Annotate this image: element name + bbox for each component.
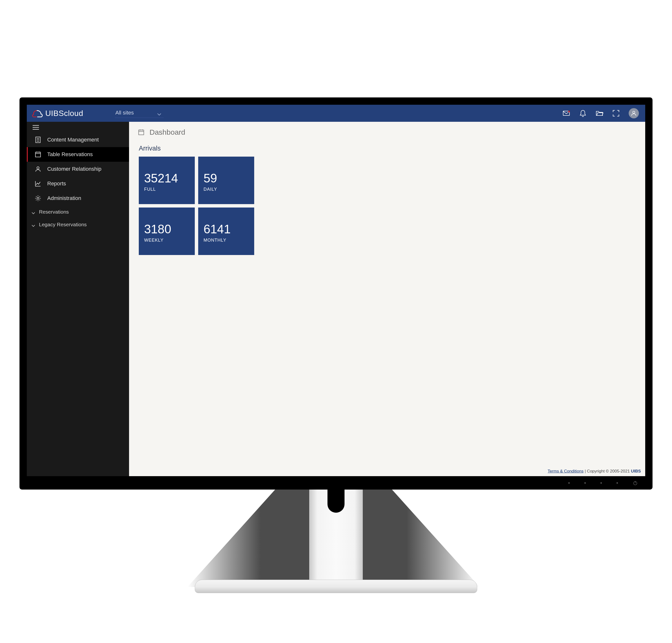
svg-rect-10: [36, 152, 41, 157]
tiles-grid: 35214 FULL 59 DAILY 3180 WEEKLY 6141 MON…: [129, 157, 645, 255]
tile-label: FULL: [144, 187, 190, 192]
avatar[interactable]: [629, 108, 639, 118]
logo-text: UIBScloud: [45, 109, 83, 118]
sidebar: Content Management Table Reservations Cu…: [27, 122, 129, 476]
tile-value: 35214: [144, 172, 190, 184]
tile-label: WEEKLY: [144, 238, 190, 243]
mail-icon[interactable]: [562, 109, 570, 117]
control-dot: [568, 482, 570, 484]
terms-link[interactable]: Terms & Conditions: [548, 469, 583, 473]
site-selector[interactable]: All sites: [115, 109, 163, 118]
nav-item-administration[interactable]: Administration: [27, 191, 129, 206]
hamburger-icon: [32, 125, 39, 130]
folder-icon[interactable]: [596, 109, 603, 117]
chevron-down-icon: [31, 210, 36, 214]
fullscreen-icon[interactable]: [612, 109, 620, 117]
calendar-icon: [138, 129, 145, 136]
tile-weekly[interactable]: 3180 WEEKLY: [139, 207, 195, 255]
page-title: Dashboard: [149, 128, 185, 136]
topbar-icons: [562, 108, 640, 118]
nav-item-label: Administration: [47, 195, 81, 202]
tile-value: 6141: [204, 223, 249, 235]
svg-point-2: [633, 111, 635, 113]
copyright-text: | Copyright © 2005-2021: [584, 469, 631, 473]
sidebar-toggle[interactable]: [27, 122, 129, 133]
chevron-down-icon: [31, 223, 36, 226]
svg-rect-16: [139, 130, 144, 135]
control-dot: [616, 482, 618, 484]
monitor-controls: [568, 480, 638, 486]
chart-icon: [35, 180, 41, 187]
chevron-down-icon: [157, 111, 162, 114]
sub-item-label: Legacy Reservations: [39, 222, 87, 228]
topbar: UIBScloud All sites: [27, 105, 645, 122]
screen: UIBScloud All sites: [27, 105, 645, 476]
tile-daily[interactable]: 59 DAILY: [198, 157, 254, 204]
tile-full[interactable]: 35214 FULL: [139, 157, 195, 204]
svg-point-15: [37, 197, 39, 199]
nav-item-customer-relationship[interactable]: Customer Relationship: [27, 162, 129, 176]
cloud-icon: [32, 109, 43, 118]
nav-item-label: Table Reservations: [47, 151, 93, 158]
sub-item-label: Reservations: [39, 209, 69, 215]
nav-item-table-reservations[interactable]: Table Reservations: [27, 147, 129, 162]
nav-item-label: Customer Relationship: [47, 166, 101, 172]
footer-brand: UIBS: [631, 469, 641, 473]
main-content: Dashboard Arrivals 35214 FULL 59 DAILY 3…: [129, 122, 645, 476]
document-icon: [35, 136, 41, 143]
tile-label: MONTHLY: [204, 238, 249, 243]
control-dot: [584, 482, 586, 484]
svg-point-1: [568, 111, 570, 112]
svg-point-14: [37, 167, 39, 169]
logo[interactable]: UIBScloud: [32, 109, 93, 118]
sub-item-legacy-reservations[interactable]: Legacy Reservations: [27, 218, 129, 231]
site-selector-label: All sites: [115, 110, 134, 116]
nav-item-label: Reports: [47, 181, 66, 187]
tile-label: DAILY: [204, 187, 249, 192]
gear-icon: [35, 195, 41, 202]
power-icon: [633, 480, 638, 486]
nav-item-label: Content Management: [47, 137, 99, 143]
tile-monthly[interactable]: 6141 MONTHLY: [198, 207, 254, 255]
bell-icon[interactable]: [579, 109, 587, 117]
nav-list: Content Management Table Reservations Cu…: [27, 133, 129, 206]
nav-item-content-management[interactable]: Content Management: [27, 133, 129, 147]
tile-value: 3180: [144, 223, 190, 235]
monitor-frame: UIBScloud All sites: [20, 97, 652, 489]
section-title: Arrivals: [129, 139, 645, 157]
footer: Terms & Conditions | Copyright © 2005-20…: [129, 466, 645, 476]
calendar-icon: [35, 151, 41, 158]
tile-value: 59: [204, 172, 249, 184]
monitor-neck: [275, 489, 397, 584]
nav-item-reports[interactable]: Reports: [27, 176, 129, 191]
page-header: Dashboard: [129, 122, 645, 139]
sub-item-reservations[interactable]: Reservations: [27, 206, 129, 218]
control-dot: [600, 482, 602, 484]
person-icon: [35, 166, 41, 172]
monitor-base: [195, 580, 477, 593]
